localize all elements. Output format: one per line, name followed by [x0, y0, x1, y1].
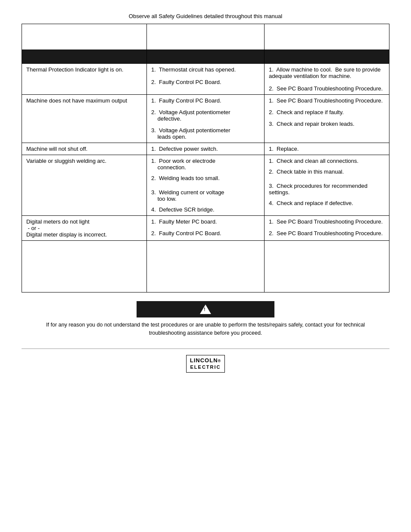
remedy-cell: 1. Allow machine to cool. Be sure to pro…	[264, 64, 389, 95]
empty-cell	[22, 241, 147, 292]
footer-divider	[22, 348, 389, 349]
remedy-cell: 1. See PC Board Troubleshooting Procedur…	[264, 95, 389, 143]
cause-cell: 1. Faulty Meter PC board. 2. Faulty Cont…	[147, 216, 265, 241]
safety-note: Observe all Safety Guidelines detailed t…	[22, 13, 389, 19]
header-col2	[147, 50, 265, 64]
warning-section: If for any reason you do not understand …	[22, 301, 389, 342]
symptom-cell: Digital meters do not light - or - Digit…	[22, 216, 147, 241]
cause-cell: 1. Poor work or electrode connection. 2.…	[147, 155, 265, 216]
warning-text: If for any reason you do not understand …	[22, 321, 389, 337]
remedy-cell: 1. See PC Board Troubleshooting Procedur…	[264, 216, 389, 241]
table-row: Variable or sluggish welding arc. 1. Poo…	[22, 155, 389, 216]
symptom-cell: Thermal Protection Indicator light is on…	[22, 64, 147, 95]
col1-header	[22, 24, 147, 50]
warning-icon	[200, 305, 211, 314]
header-row	[22, 50, 389, 64]
table-row: Thermal Protection Indicator light is on…	[22, 64, 389, 95]
empty-bottom-row	[22, 241, 389, 292]
symptom-cell: Machine does not have maximum output	[22, 95, 147, 143]
page: Observe all Safety Guidelines detailed t…	[0, 0, 411, 532]
troubleshooting-table: Thermal Protection Indicator light is on…	[22, 24, 389, 292]
cause-cell: 1. Thermostat circuit has opened. 2. Fau…	[147, 64, 265, 95]
col-header-row	[22, 24, 389, 50]
empty-cell	[147, 241, 265, 292]
remedy-cell: 1. Check and clean all connections. 2. C…	[264, 155, 389, 216]
lincoln-logo-box: LINCOLN® ELECTRIC	[186, 355, 225, 373]
warning-bar	[137, 301, 274, 317]
lincoln-electric-text: ELECTRIC	[190, 364, 221, 370]
header-col3	[264, 50, 389, 64]
col2-header	[147, 24, 265, 50]
table-row: Digital meters do not light - or - Digit…	[22, 216, 389, 241]
cause-cell: 1. Faulty Control PC Board. 2. Voltage A…	[147, 95, 265, 143]
symptom-cell: Variable or sluggish welding arc.	[22, 155, 147, 216]
table-row: Machine does not have maximum output 1. …	[22, 95, 389, 143]
table-row: Machine will not shut off. 1. Defective …	[22, 143, 389, 155]
lincoln-name: LINCOLN®	[190, 357, 221, 364]
empty-cell	[264, 241, 389, 292]
cause-cell: 1. Defective power switch.	[147, 143, 265, 155]
lincoln-logo: LINCOLN® ELECTRIC	[22, 355, 389, 373]
col3-header	[264, 24, 389, 50]
symptom-cell: Machine will not shut off.	[22, 143, 147, 155]
header-col1	[22, 50, 147, 64]
remedy-cell: 1. Replace.	[264, 143, 389, 155]
